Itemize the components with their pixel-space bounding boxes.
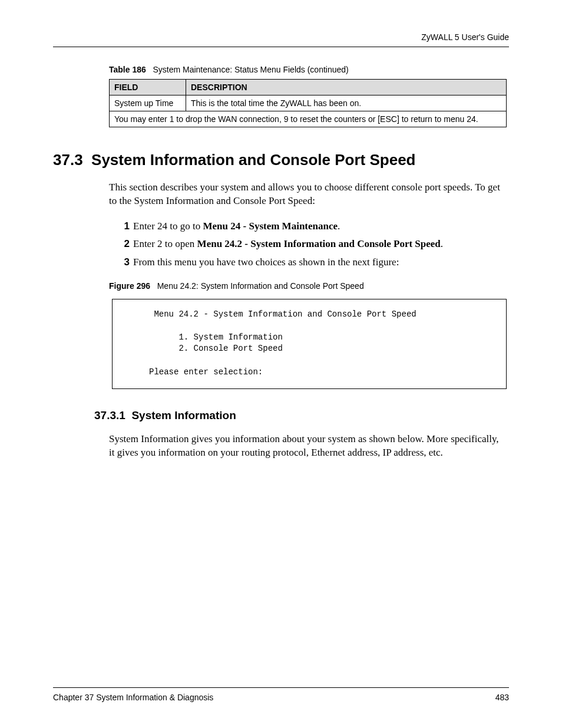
footer-chapter: Chapter 37 System Information & Diagnosi… [53, 693, 213, 702]
ordered-steps: 1 Enter 24 to go to Menu 24 - System Mai… [118, 218, 509, 272]
table-row: System up Time This is the total time th… [110, 95, 507, 111]
subsection-heading: 37.3.1 System Information [94, 409, 509, 422]
step-text: From this menu you have two choices as s… [133, 253, 399, 272]
th-field: FIELD [110, 80, 186, 95]
step-bold: Menu 24.2 - System Information and Conso… [197, 238, 441, 249]
step-bold: Menu 24 - System Maintenance [203, 220, 338, 232]
step-2: 2 Enter 2 to open Menu 24.2 - System Inf… [118, 235, 509, 253]
page-footer: Chapter 37 System Information & Diagnosi… [53, 687, 509, 702]
step-num: 3 [118, 253, 130, 272]
step-prefix: Enter 24 to go to [133, 220, 203, 232]
figure-text: Menu 24.2: System Information and Consol… [157, 281, 364, 291]
section-intro: This section describes your system and a… [109, 181, 503, 208]
section-heading: 37.3 System Information and Console Port… [53, 151, 509, 169]
th-desc: DESCRIPTION [186, 80, 507, 95]
figure-caption: Figure 296 Menu 24.2: System Information… [109, 281, 509, 291]
cell-desc: This is the total time the ZyWALL has be… [186, 95, 507, 111]
table-caption-label: Table 186 [109, 65, 146, 74]
table-caption: Table 186 System Maintenance: Status Men… [109, 65, 509, 74]
table-caption-text: System Maintenance: Status Menu Fields (… [153, 65, 348, 74]
fields-table: FIELD DESCRIPTION System up Time This is… [109, 79, 507, 127]
step-text: Enter 2 to open Menu 24.2 - System Infor… [133, 235, 443, 253]
step-num: 2 [118, 235, 130, 253]
step-prefix: Enter 2 to open [133, 238, 197, 249]
footer-page: 483 [495, 693, 509, 702]
table-header-row: FIELD DESCRIPTION [110, 80, 507, 95]
header-guide: ZyWALL 5 User's Guide [53, 32, 509, 47]
terminal-menu: Menu 24.2 - System Information and Conso… [112, 299, 507, 390]
step-suffix: . [338, 220, 340, 232]
table-row: You may enter 1 to drop the WAN connecti… [110, 111, 507, 127]
step-suffix: . [441, 238, 443, 249]
figure-label: Figure 296 [109, 281, 150, 291]
step-text: Enter 24 to go to Menu 24 - System Maint… [133, 218, 340, 236]
header-rule [53, 47, 509, 47]
subsection-title: System Information [131, 409, 236, 421]
step-1: 1 Enter 24 to go to Menu 24 - System Mai… [118, 218, 509, 236]
section-num: 37.3 [53, 151, 83, 169]
step-3: 3 From this menu you have two choices as… [118, 253, 509, 272]
step-num: 1 [118, 218, 130, 236]
subsection-body: System Information gives you information… [109, 433, 503, 460]
cell-span: You may enter 1 to drop the WAN connecti… [110, 111, 507, 127]
cell-field: System up Time [110, 95, 186, 111]
section-title: System Information and Console Port Spee… [91, 151, 415, 169]
subsection-num: 37.3.1 [94, 409, 125, 421]
footer-rule [53, 687, 509, 688]
